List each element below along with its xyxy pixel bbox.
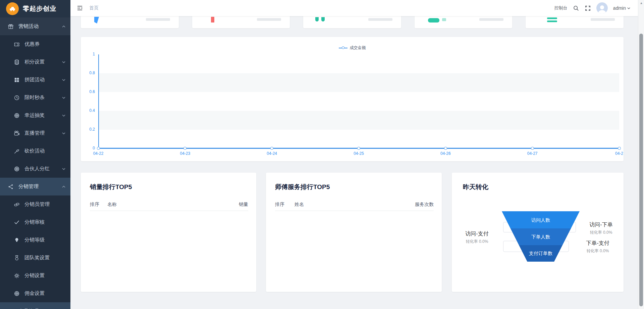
username: admin	[613, 5, 626, 11]
sidebar-item-label: 拼团活动	[24, 77, 62, 83]
y-axis-label: 1	[81, 52, 95, 56]
chain-icon	[13, 201, 20, 208]
funnel-stage-label: 下单人数	[531, 234, 550, 239]
chart-legend[interactable]: 成交金额	[81, 45, 624, 51]
sidebar-item-label: 营销活动	[18, 23, 62, 30]
stat-icon-fragment	[321, 17, 325, 21]
table-header-row: 排序 姓名 服务次数	[275, 202, 434, 208]
chevron-down-icon	[62, 96, 66, 100]
sidebar-item[interactable]: 分销管理	[0, 178, 70, 195]
sidebar-item-label: 分销员管理	[24, 201, 66, 208]
sidebar-item[interactable]: 积分设置	[0, 53, 70, 71]
sidebar-item[interactable]: 优惠券	[0, 35, 70, 53]
stat-icon-fragment	[94, 17, 99, 24]
sidebar-item-label: 团队奖设置	[24, 255, 66, 261]
search-icon[interactable]	[573, 5, 579, 11]
chevron-up-icon	[62, 185, 66, 189]
sidebar-item[interactable]: 合伙人分红	[0, 160, 70, 178]
x-axis-label: 04-26	[435, 151, 456, 156]
sidebar-item[interactable]: 拼团活动	[0, 71, 70, 89]
sidebar-item-label: 直播管理	[24, 130, 62, 136]
app-title: 零起步创业	[23, 4, 56, 13]
metric-visit-pay: 访问-支付 转化率 0.0%	[452, 230, 502, 245]
data-point-marker[interactable]	[97, 147, 100, 150]
data-point-marker[interactable]	[618, 147, 621, 150]
conversion-card: 昨天转化 访问人数 下单人数 支付订单数 访问-支付 转化率 0.0% 访问-下…	[452, 173, 624, 292]
y-axis-label: 0	[81, 146, 95, 150]
stat-icon-fragment	[211, 17, 214, 23]
data-point-marker[interactable]	[531, 147, 534, 150]
sidebar-item-label: 积分设置	[24, 59, 62, 65]
stat-icon-fragment	[315, 17, 319, 21]
app-logo-car-icon	[6, 2, 19, 15]
sidebar-item-label: 合伙人分红	[24, 166, 62, 172]
stat-text-fragment	[368, 18, 392, 21]
data-point-marker[interactable]	[357, 147, 360, 150]
axe-icon	[13, 148, 20, 154]
sidebar-collapse-icon[interactable]	[76, 5, 83, 11]
stat-text-fragment	[591, 18, 615, 21]
user-avatar[interactable]	[596, 2, 608, 14]
sidebar-item[interactable]: 营销活动	[0, 17, 70, 35]
ticket-icon	[13, 41, 20, 48]
sidebar-item[interactable]: 分销等级	[0, 231, 70, 249]
y-axis-label: 0.2	[81, 127, 95, 132]
stat-card-2	[192, 16, 290, 28]
data-point-marker[interactable]	[183, 147, 186, 150]
col-header: 姓名	[294, 202, 415, 208]
gift-icon	[7, 23, 14, 30]
legend-line-marker-icon	[339, 48, 347, 48]
sidebar-item[interactable]: 分销设置	[0, 267, 70, 284]
sidebar-item[interactable]: 直播管理	[0, 124, 70, 142]
sidebar-item-label: 幸运抽奖	[24, 112, 62, 119]
sidebar-item[interactable]: 限时秒杀	[0, 89, 70, 106]
stat-icon-fragment	[428, 18, 439, 23]
fullscreen-icon[interactable]	[585, 5, 591, 11]
metric-rate: 转化率 0.0%	[578, 248, 618, 254]
metric-visit-order: 访问-下单 转化率 0.0%	[581, 221, 621, 235]
grid-band	[98, 54, 619, 73]
topbar: 首页 控制台 admin	[70, 0, 638, 16]
x-axis-label: 04-22	[88, 151, 109, 156]
main-content: 成交金额 10.80.60.40.2004-2204-2304-2404-250…	[70, 16, 638, 309]
page-scrollbar[interactable]: ▲	[638, 0, 644, 309]
data-point-marker[interactable]	[270, 147, 273, 150]
stat-text-fragment	[257, 18, 281, 21]
video-icon	[13, 130, 20, 137]
sidebar-item-label: 佣金设置	[24, 290, 66, 297]
funnel-stage-label: 访问人数	[531, 217, 550, 223]
sidebar-item-label: 限时秒杀	[24, 94, 62, 101]
grid-band	[98, 111, 619, 130]
chevron-down-icon	[62, 131, 66, 135]
table-header-row: 排序 名称 销量	[90, 202, 248, 208]
console-link[interactable]: 控制台	[554, 5, 568, 11]
metric-rate: 转化率 0.0%	[581, 230, 621, 235]
scrollbar-thumb[interactable]	[639, 34, 643, 306]
sidebar-item[interactable]: 幸运抽奖	[0, 106, 70, 124]
funnel-stage-label: 支付订单数	[529, 251, 552, 256]
sidebar-item[interactable]: 分销员管理	[0, 195, 70, 213]
scrollbar-up-icon[interactable]: ▲	[638, 1, 644, 5]
sidebar-item[interactable]: 团队奖设置	[0, 249, 70, 267]
y-axis-label: 0.8	[81, 71, 95, 75]
y-axis-label: 0.4	[81, 108, 95, 113]
data-point-marker[interactable]	[444, 147, 447, 150]
grid-band	[98, 73, 619, 92]
grid-icon	[13, 77, 20, 83]
card-title: 销量排行TOP5	[90, 183, 132, 191]
sidebar-item-label: 分销管理	[18, 183, 62, 190]
sidebar-item[interactable]: 佣金设置	[0, 284, 70, 302]
card-title: 师傅服务排行TOP5	[275, 183, 330, 191]
metric-rate: 转化率 0.0%	[452, 239, 502, 245]
user-menu[interactable]: admin	[613, 5, 631, 11]
bulb-icon	[13, 237, 20, 244]
col-header: 服务次数	[415, 202, 434, 208]
stat-icon-fragment	[547, 17, 557, 19]
breadcrumb[interactable]: 首页	[89, 5, 99, 11]
wheel-icon	[13, 112, 20, 119]
sidebar-item[interactable]: 会员管理	[0, 302, 70, 309]
sidebar-item-label: 砍价活动	[24, 148, 66, 154]
sidebar-item[interactable]: 砍价活动	[0, 142, 70, 160]
sidebar-item[interactable]: 分销审核	[0, 213, 70, 231]
chevron-down-icon	[62, 60, 66, 64]
